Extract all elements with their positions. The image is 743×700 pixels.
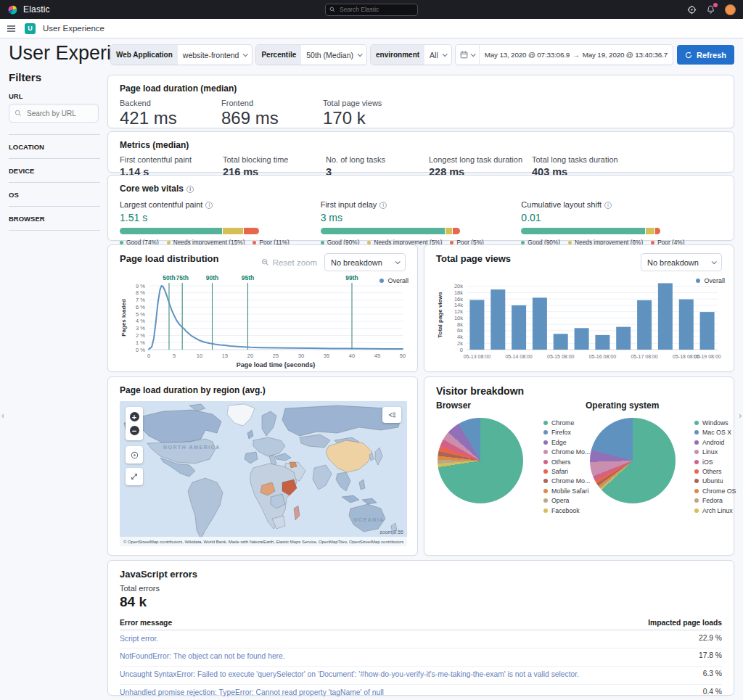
legend-item[interactable]: Android: [694, 439, 736, 446]
info-icon[interactable]: i: [186, 186, 194, 193]
legend-item[interactable]: Others: [694, 468, 736, 475]
legend-item[interactable]: Mobile Safari: [543, 487, 590, 495]
legend-item[interactable]: iOS: [694, 458, 736, 466]
legend-dot: [696, 279, 700, 283]
panel-title: JavaScript errors: [120, 569, 722, 580]
global-search-box[interactable]: [325, 4, 418, 16]
stat-value: 170 k: [323, 108, 424, 128]
breakdown-select[interactable]: No breakdown: [641, 253, 722, 271]
column-header-error-message[interactable]: Error message: [120, 619, 172, 627]
legend-item[interactable]: Chrome Mo...: [543, 477, 590, 485]
chart-legend[interactable]: Overall: [696, 277, 725, 284]
total-page-views-chart[interactable]: 02k4k6k8k10k12k14k16k18k20k05-13 08:0005…: [436, 273, 722, 373]
refresh-button[interactable]: Refresh: [677, 45, 734, 65]
error-message-link[interactable]: NotFoundError: The object can not be fou…: [120, 651, 285, 662]
svg-text:12k: 12k: [454, 308, 463, 315]
date-range-picker[interactable]: May 13, 2020 @ 07:33:06.9 → May 19, 2020…: [456, 45, 673, 65]
chart-legend[interactable]: Overall: [379, 277, 409, 284]
vital-bar-segment: [646, 228, 654, 234]
error-message-link[interactable]: Uncaught SyntaxError: Failed to execute …: [120, 670, 579, 680]
legend-label: Mac OS X: [702, 429, 731, 436]
legend-item[interactable]: Arch Linux: [694, 507, 736, 514]
legend-dot: [120, 241, 123, 244]
legend-item[interactable]: Chrome OS: [694, 487, 736, 495]
sidebar-section-os[interactable]: OS: [9, 183, 100, 207]
map-attribution[interactable]: © OpenStreetMap contributors, Wikidata, …: [120, 537, 407, 546]
stat-label: Total page views: [323, 99, 424, 107]
legend-dot: [694, 440, 699, 445]
sidebar-section-device[interactable]: DEVICE: [9, 159, 100, 183]
impacted-page-loads-value: 6.3 %: [703, 670, 722, 678]
browser-pie-chart[interactable]: [438, 418, 523, 503]
page-load-by-region-panel: Page load duration by region (avg.): [107, 376, 418, 556]
url-search-input[interactable]: [25, 109, 93, 118]
gear-icon[interactable]: [687, 5, 697, 15]
url-search-box[interactable]: [9, 104, 99, 123]
collapse-right-icon[interactable]: ›: [739, 411, 742, 421]
environment-select[interactable]: environment All: [371, 45, 451, 65]
legend-item[interactable]: Chrome: [543, 419, 590, 427]
map-locate-button[interactable]: [126, 446, 143, 464]
date-range-start[interactable]: May 13, 2020 @ 07:33:06.9: [485, 51, 570, 59]
map-legend-toggle-button[interactable]: [382, 407, 401, 423]
page-load-distribution-chart[interactable]: 0 %1 %2 %3 %4 %5 %6 %7 %8 %9 %0510152025…: [120, 273, 406, 374]
chevron-down-icon: [470, 52, 475, 57]
legend-item[interactable]: Windows: [694, 419, 736, 427]
reset-zoom-button[interactable]: Reset zoom: [261, 258, 317, 267]
stat-value: 421 ms: [120, 108, 221, 128]
world-map[interactable]: NORTH AMERICA OCEANIA + − zoom 0.55 © Op…: [120, 401, 407, 546]
stat-frontend: Frontend 869 ms: [221, 99, 323, 128]
global-search-input[interactable]: [338, 5, 414, 14]
legend-item[interactable]: Edge: [543, 439, 590, 446]
calendar-icon[interactable]: [456, 45, 480, 65]
legend-item[interactable]: Linux: [694, 448, 736, 456]
ux-app-icon[interactable]: U: [25, 23, 36, 34]
javascript-errors-panel: JavaScript errors Total errors 84 k Erro…: [107, 560, 734, 696]
legend-item[interactable]: Opera: [543, 497, 590, 504]
collapse-left-icon[interactable]: ‹: [1, 411, 4, 421]
browser-chart-title: Browser: [436, 400, 471, 411]
table-row: Script error.22.9 %: [120, 630, 722, 648]
info-icon[interactable]: i: [379, 202, 387, 209]
zoom-in-icon[interactable]: +: [130, 412, 139, 421]
sidebar-section-browser[interactable]: BROWSER: [9, 207, 100, 231]
breakdown-select[interactable]: No breakdown: [324, 253, 406, 271]
legend-item[interactable]: Facebook: [543, 507, 590, 514]
date-range-end[interactable]: May 19, 2020 @ 13:40:36.7: [583, 51, 668, 59]
sidebar-section-location[interactable]: LOCATION: [9, 135, 100, 159]
vital-bar-segment: [446, 228, 453, 234]
svg-text:14k: 14k: [454, 302, 463, 308]
breadcrumb[interactable]: User Experience: [43, 24, 104, 33]
legend-item[interactable]: Mac OS X: [694, 429, 736, 436]
os-pie-chart[interactable]: [590, 418, 676, 503]
service-select[interactable]: Web Application website-frontend: [111, 45, 252, 65]
date-range-arrow: →: [572, 51, 580, 59]
zoom-out-icon[interactable]: −: [130, 426, 139, 435]
legend-label: Facebook: [551, 507, 580, 514]
legend-item[interactable]: Others: [543, 458, 590, 466]
page-load-distribution-panel: Page load distribution Reset zoom No bre…: [107, 244, 418, 372]
legend-label: Opera: [551, 497, 569, 504]
user-avatar[interactable]: [725, 4, 736, 15]
legend-item[interactable]: Fedora: [694, 497, 736, 504]
vital-value: 0.01: [521, 212, 722, 223]
menu-hamburger-icon[interactable]: [7, 24, 16, 33]
legend-dot: [543, 460, 548, 464]
legend-label: Linux: [702, 448, 718, 456]
vital-value: 3 ms: [321, 212, 522, 223]
legend-item[interactable]: Chrome Mo...: [543, 448, 590, 456]
elastic-logo-icon[interactable]: [7, 4, 18, 15]
alerts-bell-icon[interactable]: [706, 5, 715, 15]
legend-item[interactable]: Ubuntu: [694, 477, 736, 485]
legend-item[interactable]: Safari: [543, 468, 590, 475]
info-icon[interactable]: i: [205, 202, 213, 209]
error-message-link[interactable]: Script error.: [120, 634, 158, 645]
stat-label: Longest long task duration: [429, 155, 532, 164]
column-header-impacted-page-loads[interactable]: Impacted page loads: [648, 619, 722, 627]
info-icon[interactable]: i: [604, 202, 612, 209]
error-message-link[interactable]: Unhandled promise rejection: TypeError: …: [120, 688, 384, 699]
percentile-select[interactable]: Percentile 50th (Median): [256, 45, 366, 65]
legend-label: Safari: [551, 468, 568, 475]
legend-item[interactable]: Firefox: [543, 429, 590, 436]
map-expand-button[interactable]: [126, 468, 143, 485]
